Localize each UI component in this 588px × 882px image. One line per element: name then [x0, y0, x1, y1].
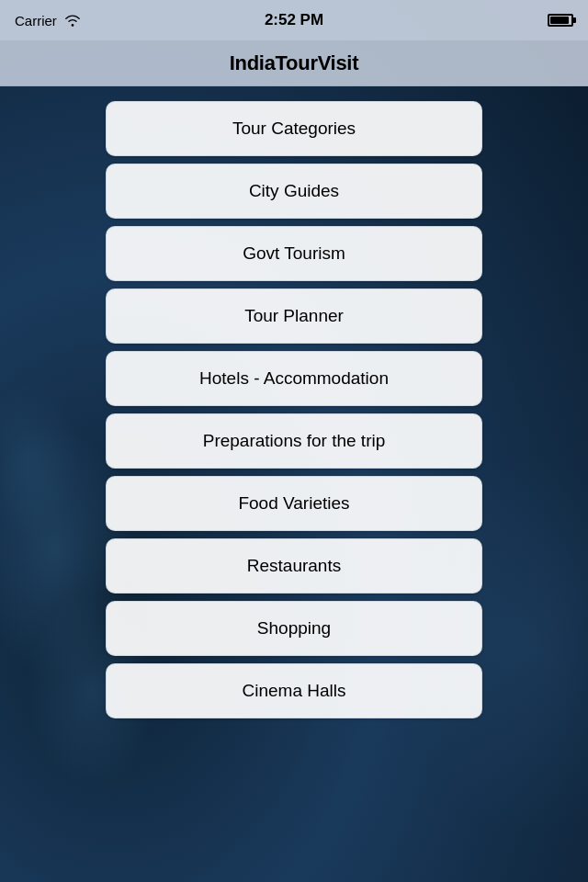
- menu-item-tour-planner[interactable]: Tour Planner: [106, 288, 482, 344]
- menu-item-food-varieties[interactable]: Food Varieties: [106, 476, 482, 531]
- battery-fill: [550, 17, 569, 24]
- battery-icon: [548, 14, 573, 27]
- status-left: Carrier: [15, 13, 81, 28]
- status-bar: Carrier 2:52 PM: [0, 0, 588, 40]
- status-time: 2:52 PM: [265, 11, 323, 29]
- menu-item-govt-tourism[interactable]: Govt Tourism: [106, 226, 482, 281]
- menu-item-cinema-halls[interactable]: Cinema Halls: [106, 663, 482, 718]
- menu-item-tour-categories[interactable]: Tour Categories: [106, 101, 482, 156]
- app-header: IndiaTourVisit: [0, 40, 588, 86]
- battery-body: [548, 14, 573, 27]
- menu-item-hotels-accommodation[interactable]: Hotels - Accommodation: [106, 351, 482, 406]
- menu-item-preparations-trip[interactable]: Preparations for the trip: [106, 413, 482, 469]
- wifi-icon: [64, 14, 81, 27]
- menu-item-shopping[interactable]: Shopping: [106, 601, 482, 656]
- app-title: IndiaTourVisit: [230, 51, 358, 75]
- menu-item-restaurants[interactable]: Restaurants: [106, 538, 482, 594]
- carrier-label: Carrier: [15, 13, 57, 28]
- menu-item-city-guides[interactable]: City Guides: [106, 164, 482, 219]
- menu-list: Tour CategoriesCity GuidesGovt TourismTo…: [0, 90, 588, 729]
